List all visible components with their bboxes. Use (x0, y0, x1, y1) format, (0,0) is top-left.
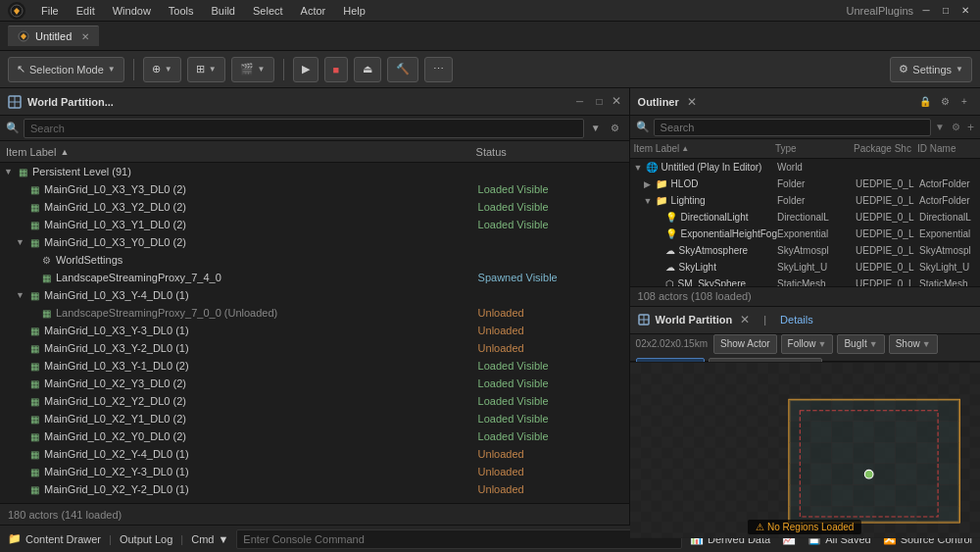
show-cell-button[interactable]: Show ▼ (889, 334, 938, 354)
outliner-col-pkg-header[interactable]: Package Shc (854, 143, 917, 154)
transform-button[interactable]: ⊕ ▼ (143, 57, 181, 82)
tree-item[interactable]: ▦ MainGrid_L0_X2_Y1_DL0 (2) Loaded Visib… (0, 410, 629, 427)
menu-actor[interactable]: Actor (293, 3, 334, 19)
tree-item[interactable]: ▦ LandscapeStreamingProxy_7_0_0 (Unloade… (0, 304, 629, 322)
menu-help[interactable]: Help (335, 3, 373, 19)
outliner-item[interactable]: ▶ 📁 HLOD Folder UEDPIE_0_L ActorFolder (630, 176, 980, 192)
stop-button[interactable]: ■ (324, 57, 349, 82)
follow-player-button[interactable]: Follow ▼ (781, 334, 834, 354)
outliner-add-button[interactable]: + (956, 94, 972, 110)
outliner-item-type: Exponential (777, 228, 856, 239)
outliner-column-headers: Item Label ▲ Type Package Shc ID Name (630, 139, 980, 159)
tree-item[interactable]: ▦ MainGrid_L0_X3_Y1_DL0 (2) Loaded Visib… (0, 216, 629, 233)
world-partition-search-bar: 🔍 ▼ ⚙ (0, 116, 629, 141)
tree-item[interactable]: ▦ MainGrid_L0_X2_Y-4_DL0 (1) Unloaded (0, 445, 629, 463)
panel-minimize-button[interactable]: ─ (572, 94, 588, 110)
map-details-button[interactable]: Details (780, 314, 813, 326)
cinematic-button[interactable]: 🎬 ▼ (231, 57, 274, 82)
content-drawer-button[interactable]: 📁 Content Drawer (8, 532, 101, 545)
panel-maximize-button[interactable]: □ (592, 94, 608, 110)
menu-select[interactable]: Select (245, 3, 291, 19)
map-panel: World Partition ✕ | Details 02x2.02x0.15… (630, 307, 980, 539)
outliner-add-icon[interactable]: + (967, 121, 974, 134)
expand-icon[interactable]: ▼ (634, 163, 644, 173)
outliner-filter-button[interactable]: ▼ (935, 122, 945, 132)
tree-item[interactable]: ▦ MainGrid_L0_X3_Y-3_DL0 (1) Unloaded (0, 322, 629, 339)
play-button[interactable]: ▶ (293, 57, 318, 82)
expand-icon[interactable]: ▶ (644, 179, 654, 189)
bugit-button[interactable]: BugIt ▼ (837, 334, 884, 354)
settings-icon[interactable]: ⚙ (608, 121, 623, 136)
map-close-button[interactable]: ✕ (740, 313, 750, 326)
menu-edit[interactable]: Edit (69, 3, 103, 19)
output-log-button[interactable]: Output Log (120, 533, 172, 545)
tree-item[interactable]: ▦ MainGrid_L0_X3_Y-1_DL0 (2) Loaded Visi… (0, 357, 629, 375)
tree-item-status: Loaded Visible (478, 395, 625, 407)
minimize-button[interactable]: ─ (919, 4, 933, 18)
expand-arrow-icon[interactable]: ▼ (16, 237, 27, 247)
build-button[interactable]: 🔨 (387, 57, 418, 82)
outliner-item[interactable]: ☁ SkyAtmosphere SkyAtmospl UEDPIE_0_L Sk… (630, 242, 980, 259)
tree-item[interactable]: ▦ MainGrid_L0_X2_Y3_DL0 (2) Loaded Visib… (0, 375, 629, 392)
tree-item-name: MainGrid_L0_X3_Y3_DL0 (2) (44, 183, 478, 195)
map-grid-view[interactable] (630, 362, 980, 539)
outliner-item[interactable]: ▼ 📁 Lighting Folder UEDPIE_0_L ActorFold… (630, 192, 980, 209)
expand-icon[interactable]: ▼ (644, 196, 654, 206)
outliner-item[interactable]: ☁ SkyLight SkyLight_U UEDPIE_0_L SkyLigh… (630, 259, 980, 276)
menu-build[interactable]: Build (204, 3, 243, 19)
outliner-item[interactable]: 💡 DirectionalLight DirectionalL UEDPIE_0… (630, 209, 980, 226)
tree-item[interactable]: ▦ MainGrid_L0_X2_Y2_DL0 (2) Loaded Visib… (0, 392, 629, 410)
outliner-tree[interactable]: ▼ 🌐 Untitled (Play In Editor) World ▶ 📁 … (630, 159, 980, 286)
settings-button[interactable]: ⚙ Settings ▼ (890, 57, 972, 82)
tree-item[interactable]: ▦ LandscapeStreamingProxy_7_4_0 Spawned … (0, 269, 629, 286)
svg-rect-27 (874, 421, 896, 442)
console-input[interactable] (236, 529, 682, 549)
outliner-col-label-header[interactable]: Item Label ▲ (634, 143, 775, 154)
menu-window[interactable]: Window (105, 3, 159, 19)
snap-button[interactable]: ⊞ ▼ (187, 57, 225, 82)
outliner-close-button[interactable]: ✕ (687, 95, 697, 109)
col-item-label-header[interactable]: Item Label ▲ (6, 146, 476, 158)
menu-tools[interactable]: Tools (161, 3, 202, 19)
tree-item[interactable]: ▼ ▦ MainGrid_L0_X3_Y-4_DL0 (1) (0, 286, 629, 304)
outliner-settings-button[interactable]: ⚙ (937, 94, 953, 110)
panel-close-button[interactable]: ✕ (612, 94, 621, 110)
selection-mode-button[interactable]: ↖ Selection Mode ▼ (8, 57, 124, 82)
expand-arrow-icon[interactable]: ▼ (16, 290, 27, 300)
show-actor-button[interactable]: Show Actor (713, 334, 777, 354)
col-status-header[interactable]: Status (476, 146, 623, 158)
outliner-search-input[interactable] (654, 119, 931, 136)
tree-item[interactable]: ▼ ▦ Persistent Level (91) (0, 163, 629, 180)
tree-item[interactable]: ▦ MainGrid_L0_X2_Y-2_DL0 (1) Unloaded (0, 480, 629, 498)
outliner-item-label: 💡 DirectionalLight (632, 212, 777, 223)
world-partition-search-input[interactable] (24, 119, 584, 138)
maximize-button[interactable]: □ (939, 4, 953, 18)
expand-arrow-icon[interactable]: ▼ (4, 167, 16, 176)
tree-item[interactable]: ▼ ▦ MainGrid_L0_X3_Y0_DL0 (2) (0, 233, 629, 251)
outliner-item[interactable]: ⬡ SM_SkySphere StaticMesh UEDPIE_0_L Sta… (630, 276, 980, 286)
tree-item[interactable]: ▦ MainGrid_L0_X2_Y0_DL0 (2) Loaded Visib… (0, 427, 629, 445)
outliner-options-button[interactable]: ⚙ (952, 122, 960, 132)
svg-rect-25 (831, 421, 853, 442)
filter-button[interactable]: ▼ (588, 121, 604, 136)
more-button[interactable]: ⋯ (424, 57, 453, 82)
tree-item[interactable]: ▦ MainGrid_L0_X3_Y-2_DL0 (1) Unloaded (0, 339, 629, 357)
tab-close-button[interactable]: ✕ (81, 31, 89, 42)
outliner-item[interactable]: ▼ 🌐 Untitled (Play In Editor) World (630, 159, 980, 176)
tree-item[interactable]: ▦ MainGrid_L0_X3_Y3_DL0 (2) Loaded Visib… (0, 180, 629, 198)
outliner-lock-button[interactable]: 🔒 (917, 94, 933, 110)
outliner-controls: 🔒 ⚙ + (917, 94, 972, 110)
item-type-icon: 🌐 (646, 162, 658, 173)
toolbar: ↖ Selection Mode ▼ ⊕ ▼ ⊞ ▼ 🎬 ▼ ▶ ■ ⏏ 🔨 ⋯… (0, 51, 980, 88)
tree-item[interactable]: ▦ MainGrid_L0_X3_Y2_DL0 (2) Loaded Visib… (0, 198, 629, 216)
outliner-item[interactable]: 💡 ExponentialHeightFog Exponential UEDPI… (630, 226, 980, 242)
tree-item[interactable]: ⚙ WorldSettings (0, 251, 629, 269)
tab-untitled[interactable]: Untitled ✕ (8, 25, 99, 46)
outliner-col-type-header[interactable]: Type (775, 143, 854, 154)
world-partition-tree[interactable]: ▼ ▦ Persistent Level (91) ▦ MainGrid_L0_… (0, 163, 629, 503)
tree-item[interactable]: ▦ MainGrid_L0_X2_Y-3_DL0 (1) Unloaded (0, 463, 629, 480)
outliner-col-id-header[interactable]: ID Name (917, 143, 976, 154)
menu-file[interactable]: File (33, 3, 67, 19)
eject-button[interactable]: ⏏ (354, 57, 381, 82)
close-button[interactable]: ✕ (958, 4, 972, 18)
